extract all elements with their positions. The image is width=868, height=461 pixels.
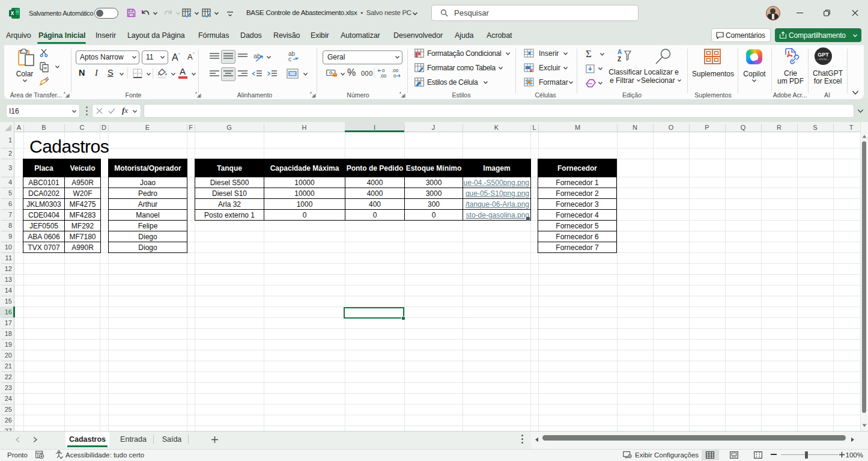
svg-text:c: c bbox=[288, 56, 291, 63]
svg-text:0: 0 bbox=[393, 73, 396, 78]
svg-text:0: 0 bbox=[382, 68, 385, 73]
svg-text:.00: .00 bbox=[392, 68, 399, 73]
svg-text:Z: Z bbox=[618, 56, 621, 63]
svg-text:.00: .00 bbox=[380, 73, 387, 78]
svg-text:A: A bbox=[618, 49, 622, 55]
